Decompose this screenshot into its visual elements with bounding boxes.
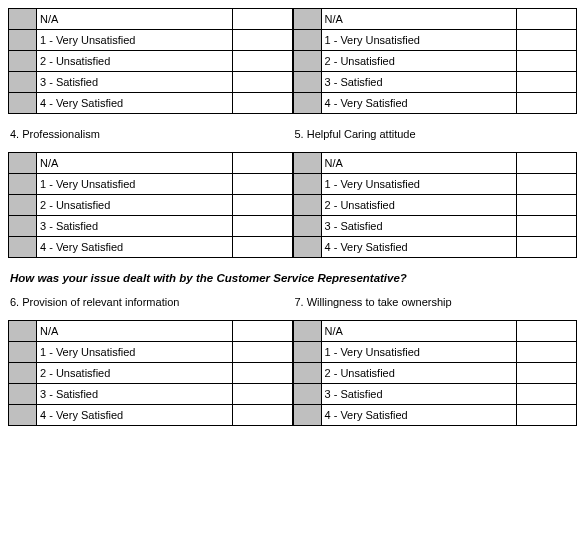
rating-row: 1 - Very Unsatisfied bbox=[9, 30, 293, 51]
radio-cell[interactable] bbox=[293, 216, 321, 237]
rating-col-right: N/A 1 - Very Unsatisfied 2 - Unsatisfied… bbox=[293, 8, 578, 114]
rating-row: 4 - Very Satisfied bbox=[9, 237, 293, 258]
rating-table: N/A 1 - Very Unsatisfied 2 - Unsatisfied… bbox=[8, 320, 293, 426]
rating-table: N/A 1 - Very Unsatisfied 2 - Unsatisfied… bbox=[293, 320, 578, 426]
trail-cell bbox=[517, 237, 577, 258]
trail-cell bbox=[517, 405, 577, 426]
rating-option-label: 1 - Very Unsatisfied bbox=[37, 342, 233, 363]
radio-cell[interactable] bbox=[293, 321, 321, 342]
rating-row: 3 - Satisfied bbox=[293, 216, 577, 237]
trail-cell bbox=[232, 216, 292, 237]
rating-option-label: 2 - Unsatisfied bbox=[37, 363, 233, 384]
rating-row: 4 - Very Satisfied bbox=[293, 93, 577, 114]
radio-cell[interactable] bbox=[293, 342, 321, 363]
rating-col-left: N/A 1 - Very Unsatisfied 2 - Unsatisfied… bbox=[8, 8, 293, 114]
radio-cell[interactable] bbox=[9, 153, 37, 174]
trail-cell bbox=[232, 405, 292, 426]
rating-option-label: 3 - Satisfied bbox=[37, 72, 233, 93]
rating-row: N/A bbox=[9, 9, 293, 30]
rating-option-label: N/A bbox=[37, 9, 233, 30]
rating-option-label: 2 - Unsatisfied bbox=[321, 363, 517, 384]
radio-cell[interactable] bbox=[293, 51, 321, 72]
radio-cell[interactable] bbox=[9, 363, 37, 384]
radio-cell[interactable] bbox=[9, 72, 37, 93]
rating-option-label: 4 - Very Satisfied bbox=[321, 405, 517, 426]
radio-cell[interactable] bbox=[293, 153, 321, 174]
radio-cell[interactable] bbox=[293, 174, 321, 195]
trail-cell bbox=[517, 93, 577, 114]
rating-option-label: 1 - Very Unsatisfied bbox=[37, 30, 233, 51]
rating-row: N/A bbox=[293, 321, 577, 342]
radio-cell[interactable] bbox=[9, 9, 37, 30]
radio-cell[interactable] bbox=[293, 363, 321, 384]
trail-cell bbox=[232, 321, 292, 342]
rating-row: 4 - Very Satisfied bbox=[293, 237, 577, 258]
trail-cell bbox=[232, 30, 292, 51]
trail-cell bbox=[517, 30, 577, 51]
radio-cell[interactable] bbox=[293, 72, 321, 93]
radio-cell[interactable] bbox=[293, 405, 321, 426]
question-5-label: 5. Helpful Caring attitude bbox=[293, 128, 578, 140]
radio-cell[interactable] bbox=[9, 51, 37, 72]
trail-cell bbox=[232, 363, 292, 384]
radio-cell[interactable] bbox=[9, 405, 37, 426]
trail-cell bbox=[517, 195, 577, 216]
rating-row: 2 - Unsatisfied bbox=[293, 195, 577, 216]
rating-option-label: 2 - Unsatisfied bbox=[321, 51, 517, 72]
radio-cell[interactable] bbox=[293, 384, 321, 405]
rating-row: 2 - Unsatisfied bbox=[9, 51, 293, 72]
rating-col-right: N/A 1 - Very Unsatisfied 2 - Unsatisfied… bbox=[293, 320, 578, 426]
rating-option-label: N/A bbox=[321, 321, 517, 342]
rating-option-label: 4 - Very Satisfied bbox=[321, 93, 517, 114]
radio-cell[interactable] bbox=[293, 9, 321, 30]
trail-cell bbox=[232, 153, 292, 174]
rating-option-label: 1 - Very Unsatisfied bbox=[37, 174, 233, 195]
question-labels-4-5: 4. Professionalism 5. Helpful Caring att… bbox=[8, 114, 577, 152]
radio-cell[interactable] bbox=[293, 93, 321, 114]
rating-row: N/A bbox=[293, 9, 577, 30]
radio-cell[interactable] bbox=[9, 384, 37, 405]
rating-table: N/A 1 - Very Unsatisfied 2 - Unsatisfied… bbox=[293, 152, 578, 258]
rating-row: 3 - Satisfied bbox=[9, 216, 293, 237]
rating-option-label: N/A bbox=[37, 153, 233, 174]
trail-cell bbox=[517, 321, 577, 342]
rating-option-label: 3 - Satisfied bbox=[321, 384, 517, 405]
question-4-label: 4. Professionalism bbox=[8, 128, 293, 140]
radio-cell[interactable] bbox=[9, 30, 37, 51]
rating-row: 1 - Very Unsatisfied bbox=[293, 174, 577, 195]
rating-row: 4 - Very Satisfied bbox=[293, 405, 577, 426]
trail-cell bbox=[232, 72, 292, 93]
rating-row: 3 - Satisfied bbox=[293, 72, 577, 93]
rating-row: N/A bbox=[9, 321, 293, 342]
question-labels-6-7: 6. Provision of relevant information 7. … bbox=[8, 296, 577, 320]
radio-cell[interactable] bbox=[293, 237, 321, 258]
rating-option-label: 4 - Very Satisfied bbox=[37, 237, 233, 258]
rating-col-left: N/A 1 - Very Unsatisfied 2 - Unsatisfied… bbox=[8, 152, 293, 258]
rating-row: 2 - Unsatisfied bbox=[293, 363, 577, 384]
trail-cell bbox=[232, 195, 292, 216]
question-6-label: 6. Provision of relevant information bbox=[8, 296, 293, 308]
trail-cell bbox=[232, 174, 292, 195]
radio-cell[interactable] bbox=[9, 93, 37, 114]
radio-cell[interactable] bbox=[9, 195, 37, 216]
radio-cell[interactable] bbox=[9, 237, 37, 258]
radio-cell[interactable] bbox=[9, 321, 37, 342]
rating-option-label: 4 - Very Satisfied bbox=[321, 237, 517, 258]
rating-option-label: 1 - Very Unsatisfied bbox=[321, 342, 517, 363]
section-heading: How was your issue dealt with by the Cus… bbox=[8, 258, 577, 296]
rating-row: 3 - Satisfied bbox=[9, 384, 293, 405]
radio-cell[interactable] bbox=[293, 30, 321, 51]
rating-option-label: 1 - Very Unsatisfied bbox=[321, 30, 517, 51]
radio-cell[interactable] bbox=[9, 174, 37, 195]
radio-cell[interactable] bbox=[9, 342, 37, 363]
trail-cell bbox=[232, 384, 292, 405]
rating-row: 1 - Very Unsatisfied bbox=[293, 342, 577, 363]
rating-pair-1: N/A 1 - Very Unsatisfied 2 - Unsatisfied… bbox=[8, 8, 577, 114]
trail-cell bbox=[232, 51, 292, 72]
rating-col-right: N/A 1 - Very Unsatisfied 2 - Unsatisfied… bbox=[293, 152, 578, 258]
trail-cell bbox=[517, 9, 577, 30]
radio-cell[interactable] bbox=[9, 216, 37, 237]
question-7-label: 7. Willingness to take ownership bbox=[293, 296, 578, 308]
rating-row: 3 - Satisfied bbox=[293, 384, 577, 405]
radio-cell[interactable] bbox=[293, 195, 321, 216]
